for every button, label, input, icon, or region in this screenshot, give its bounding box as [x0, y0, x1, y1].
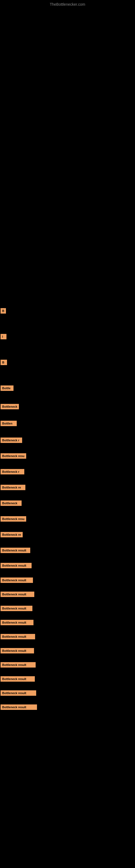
bottleneck-item: Bottleneck result: [0, 702, 135, 713]
bottleneck-result-label: Bottleneck re: [1, 485, 26, 490]
bottleneck-item: Bottleneck result: [0, 688, 135, 699]
bottleneck-result-label: Bottleneck r: [1, 469, 24, 474]
bottleneck-result-label: Bottle: [1, 385, 13, 391]
bottleneck-item: l: [0, 332, 135, 343]
bottleneck-result-label: Bottleneck result: [1, 676, 35, 682]
bottleneck-item: Bottleneck result: [0, 646, 135, 657]
bottleneck-result-label: B: [1, 308, 6, 314]
bottleneck-item: B: [0, 306, 135, 317]
bottleneck-result-label: Bottleneck: [1, 500, 21, 506]
bottleneck-item: Bottlen: [0, 418, 135, 429]
bottleneck-items-container: BlBBottleBottleneckBottlenBottleneck rBo…: [0, 306, 135, 713]
bottleneck-item: Bottleneck result: [0, 660, 135, 671]
bottleneck-result-label: Bottleneck result: [1, 620, 34, 625]
bottleneck-result-label: B: [1, 360, 7, 365]
bottleneck-item: Bottleneck: [0, 498, 135, 509]
bottleneck-result-label: Bottleneck result: [1, 563, 32, 568]
bottleneck-result-label: Bottleneck result: [1, 648, 34, 653]
bottleneck-item: Bottleneck resu: [0, 514, 135, 525]
bottleneck-result-label: Bottleneck resu: [1, 453, 26, 459]
bottleneck-result-label: Bottleneck result: [1, 592, 34, 597]
bottleneck-result-label: Bottleneck result: [1, 578, 33, 583]
bottleneck-result-label: Bottleneck result: [1, 634, 35, 639]
bottleneck-item: Bottleneck result: [0, 575, 135, 586]
bottleneck-result-label: Bottleneck resu: [1, 516, 26, 522]
bottleneck-item: Bottleneck result: [0, 589, 135, 600]
bottleneck-item: Bottleneck r: [0, 435, 135, 446]
bottleneck-result-label: l: [1, 334, 6, 339]
bottleneck-result-label: Bottleneck r: [1, 437, 22, 443]
bottleneck-item: Bottle: [0, 383, 135, 394]
site-title: TheBottlenecker.com: [0, 0, 135, 8]
bottleneck-result-label: Bottleneck result: [1, 662, 36, 668]
bottleneck-result-label: Bottleneck result: [1, 606, 32, 611]
bottleneck-item: Bottleneck result: [0, 561, 135, 571]
main-chart-area: [0, 8, 135, 306]
bottleneck-item: Bottleneck: [0, 402, 135, 412]
bottleneck-item: Bottleneck result: [0, 618, 135, 628]
bottleneck-result-label: Bottleneck result: [1, 548, 30, 553]
bottleneck-item: Bottleneck result: [0, 674, 135, 685]
bottleneck-item: Bottleneck re: [0, 483, 135, 493]
bottleneck-result-label: Bottleneck result: [1, 690, 36, 696]
bottleneck-item: Bottleneck result: [0, 546, 135, 556]
bottleneck-result-label: Bottlen: [1, 421, 17, 426]
bottleneck-item: Bottleneck r: [0, 467, 135, 478]
bottleneck-result-label: Bottleneck result: [1, 705, 37, 710]
bottleneck-item: Bottleneck resu: [0, 451, 135, 462]
bottleneck-item: Bottleneck result: [0, 603, 135, 614]
bottleneck-item: B: [0, 358, 135, 368]
bottleneck-result-label: Bottleneck: [1, 404, 19, 409]
bottleneck-item: Bottleneck re: [0, 530, 135, 540]
bottleneck-result-label: Bottleneck re: [1, 532, 23, 537]
bottleneck-item: Bottleneck result: [0, 632, 135, 643]
